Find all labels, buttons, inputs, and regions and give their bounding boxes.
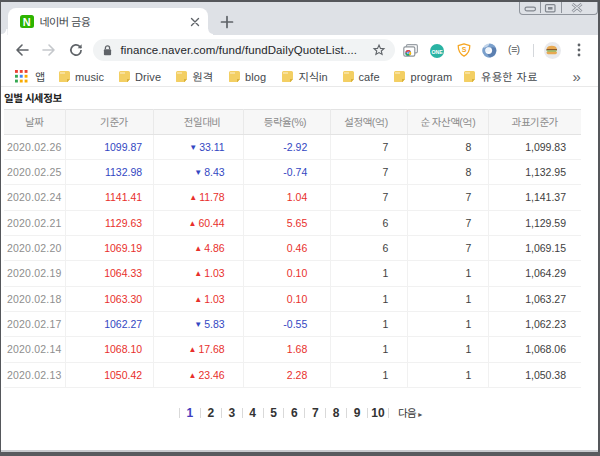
svg-text:S: S (461, 46, 466, 53)
svg-text:ONE: ONE (431, 48, 443, 54)
